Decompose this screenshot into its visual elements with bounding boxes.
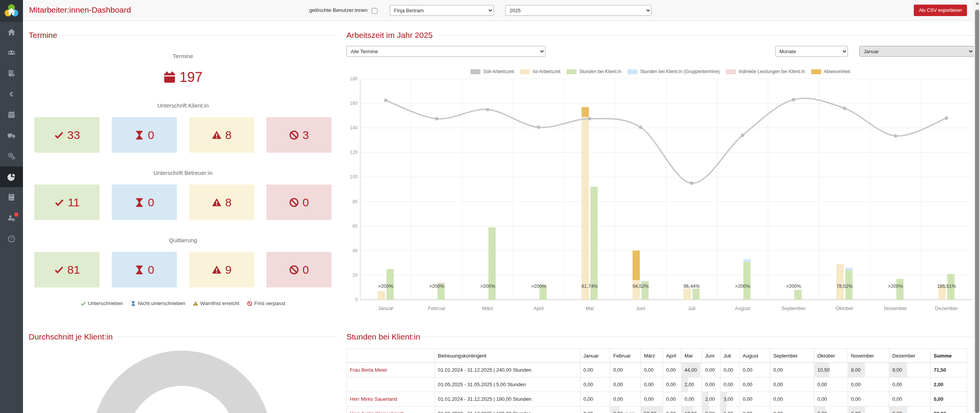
svg-text:180: 180 (350, 76, 358, 82)
durchschnitt-donut-chart (29, 347, 337, 413)
warning-icon (212, 130, 222, 140)
sidebar-item-home[interactable] (0, 22, 23, 42)
table-row: 01.05.2025 - 31.05.2025 | 5,00 Stunden0,… (347, 377, 967, 392)
client-name-link[interactable]: Herr Mirko Sauerland (347, 392, 435, 406)
legend-item-check: Unterschrieben (81, 300, 123, 306)
month-select[interactable]: Januar (859, 46, 974, 57)
sidebar-item-person-clock[interactable] (0, 208, 23, 229)
svg-text:120: 120 (350, 150, 358, 155)
chart-legend-item[interactable]: Stunden bei Klient:in (567, 69, 621, 74)
svg-text:€: € (10, 91, 13, 98)
svg-text:>200%: >200% (378, 284, 393, 289)
chart-legend-item[interactable]: Soll-Arbeitszeit (470, 69, 514, 74)
sidebar-item-users[interactable] (0, 42, 23, 63)
svg-text:78,52%: 78,52% (836, 284, 853, 289)
month-value-cell: 0,00 (889, 377, 931, 392)
month-value-cell: 10,50 (814, 363, 848, 377)
termine-counter-label: Termine (29, 53, 337, 59)
hourglass-icon (134, 265, 144, 275)
sidebar-item-pie-chart[interactable] (0, 167, 23, 187)
stunden-table-header-row: BetreuungskontingentJanuarFebruarMärzApr… (347, 349, 967, 363)
termine-counter: 197 (29, 69, 337, 85)
svg-text:>200%: >200% (786, 284, 801, 289)
svg-text:Juli: Juli (688, 305, 696, 311)
deleted-users-checkbox[interactable] (372, 8, 377, 14)
sidebar-item-help[interactable]: ? (0, 229, 23, 249)
month-value-cell: 3,00 (720, 392, 740, 406)
sidebar-item-truck[interactable] (0, 125, 23, 146)
month-value-cell: 19,00 (681, 406, 702, 413)
scroll-up-arrow-icon[interactable] (975, 2, 979, 5)
month-value-cell: 0,00 (663, 377, 681, 392)
svg-text:60: 60 (353, 224, 358, 229)
summe-cell: 71,50 (931, 363, 967, 377)
month-value-cell: 0,00 (889, 392, 931, 406)
truck-icon (7, 131, 16, 140)
month-value-cell: 0,00 (641, 392, 663, 406)
chart-legend-item[interactable]: Ist-Arbeitszeit (520, 69, 560, 74)
stat-value: 0 (302, 263, 309, 276)
month-value-cell: 0,00 (580, 406, 610, 413)
sidebar-item-book[interactable] (0, 187, 23, 208)
month-value-cell: 0,00 (740, 377, 770, 392)
table-row: Herr Justin Kleinschmidt01.06.2023 - 31.… (347, 406, 967, 413)
sidebar-item-gears[interactable] (0, 146, 23, 167)
client-name-link[interactable]: Herr Justin Kleinschmidt (347, 406, 435, 413)
month-value-cell: 0,00 (770, 406, 814, 413)
termine-group-row: 81090 (29, 252, 337, 287)
summe-cell: 2,00 (931, 377, 967, 392)
legend-label: Nicht unterschrieben (138, 300, 185, 306)
month-value-cell: 0,00 (814, 392, 848, 406)
month-value-cell: 0,00 (770, 377, 814, 392)
termine-filter-select[interactable]: Alle Termine (346, 46, 546, 57)
chart-legend-item[interactable]: Indirekte Leistungen bei Klient:in (726, 69, 805, 74)
month-value-cell: 0,00 (641, 363, 663, 377)
stat-value: 33 (67, 129, 80, 142)
year-select[interactable]: 2025 (505, 5, 652, 16)
svg-text:November: November (884, 305, 907, 311)
column-header-empty (347, 349, 435, 363)
stat-value: 0 (148, 196, 154, 209)
svg-text:Mai: Mai (586, 305, 594, 311)
scrollbar-thumb[interactable] (975, 10, 979, 413)
client-name-link[interactable]: Frau Berta Meier (347, 363, 435, 377)
month-value-cell: 0,00 (770, 392, 814, 406)
column-header-april: April (663, 349, 681, 363)
svg-text:20: 20 (353, 273, 358, 278)
month-value-cell: 50,00 (641, 406, 663, 413)
check-icon (54, 130, 64, 140)
month-value-cell: 0,00 (720, 377, 740, 392)
svg-text:140: 140 (350, 125, 358, 131)
betreuungskontingent-cell: 01.06.2023 - 31.12.2025 | 180,00 Stunden (435, 406, 580, 413)
app-logo[interactable] (0, 0, 23, 22)
stat-box-warning: 8 (189, 117, 254, 153)
chart-legend-item[interactable]: Stunden bei Klient:in (Gruppentermine) (627, 69, 720, 74)
durchschnitt-section-title: Durchschnitt je Klient:in (29, 332, 113, 341)
help-icon: ? (7, 235, 16, 243)
betreuungskontingent-cell: 01.05.2025 - 31.05.2025 | 5,00 Stunden (435, 377, 580, 392)
export-csv-button[interactable]: Als CSV exportieren (914, 5, 967, 16)
sidebar-item-calendar[interactable] (0, 104, 23, 125)
stat-box-warning: 9 (189, 252, 254, 287)
svg-text:>200%: >200% (888, 284, 903, 289)
user-select[interactable]: Finja Bertram (390, 5, 494, 16)
column-header-juli: Juli (720, 349, 740, 363)
ban-icon (247, 301, 252, 306)
sidebar-item-care-documentation[interactable] (0, 63, 23, 84)
sidebar-item-euro[interactable]: € (0, 84, 23, 104)
month-value-cell: 8,00 (848, 406, 889, 413)
column-header-mai: Mai (681, 349, 702, 363)
termine-group-row: 33083 (29, 117, 337, 153)
stat-box-check: 81 (34, 252, 100, 287)
column-header-februar: Februar (610, 349, 641, 363)
svg-text:Februar: Februar (428, 305, 446, 311)
granularity-select[interactable]: Monate (775, 46, 848, 57)
svg-text:Januar: Januar (378, 305, 394, 311)
stat-box-check: 33 (34, 117, 100, 153)
hourglass-icon (134, 130, 144, 140)
column-header-oktober: Oktober (814, 349, 848, 363)
book-icon (7, 193, 16, 202)
vertical-scrollbar[interactable] (974, 0, 980, 413)
stat-box-hourglass: 0 (112, 117, 177, 153)
chart-legend-item[interactable]: Abwesenheit (811, 69, 850, 74)
